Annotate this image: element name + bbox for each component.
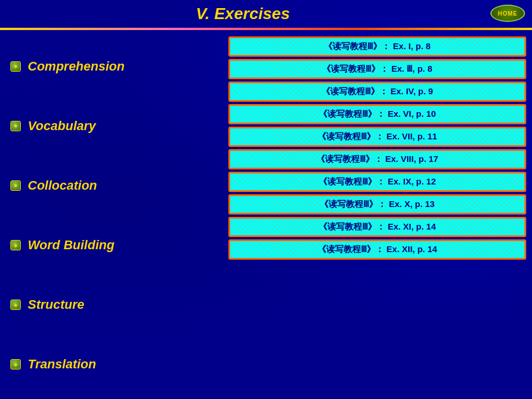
category-translation: Translation: [10, 357, 226, 372]
label-comprehension: Comprehension: [28, 59, 124, 74]
top-divider: [0, 28, 532, 30]
exercise-btn-8[interactable]: 《读写教程Ⅲ》： Ex. XI, p. 14: [228, 217, 526, 237]
exercise-btn-7[interactable]: 《读写教程Ⅲ》： Ex. X, p. 13: [228, 194, 526, 215]
bullet-collocation: [10, 180, 21, 191]
exercise-btn-0[interactable]: 《读写教程Ⅲ》： Ex. I, p. 8: [228, 36, 526, 57]
home-button[interactable]: HOME: [490, 5, 525, 22]
label-collocation: Collocation: [28, 178, 97, 193]
bullet-translation: [10, 359, 21, 370]
bullet-word-building: [10, 240, 21, 250]
category-word-building: Word Building: [10, 238, 226, 253]
exercise-btn-9[interactable]: 《读写教程Ⅲ》： Ex. XII, p. 14: [228, 239, 526, 260]
exercise-btn-3[interactable]: 《读写教程Ⅲ》： Ex. VI, p. 10: [228, 104, 526, 124]
home-label: HOME: [498, 10, 518, 17]
category-structure: Structure: [10, 297, 226, 312]
exercise-btn-4[interactable]: 《读写教程Ⅲ》： Ex. VII, p. 11: [228, 127, 526, 147]
category-comprehension: Comprehension: [10, 59, 226, 74]
bullet-structure: [10, 300, 21, 310]
exercise-btn-5[interactable]: 《读写教程Ⅲ》： Ex. VIII, p. 17: [228, 149, 526, 169]
label-translation: Translation: [28, 357, 96, 372]
bullet-vocabulary: [10, 121, 21, 131]
label-word-building: Word Building: [28, 238, 114, 253]
page-title: V. Exercises: [0, 5, 486, 23]
exercise-btn-6[interactable]: 《读写教程Ⅲ》： Ex. IX, p. 12: [228, 172, 526, 192]
exercise-btn-1[interactable]: 《读写教程Ⅲ》： Ex. Ⅲ, p. 8: [228, 59, 526, 79]
label-vocabulary: Vocabulary: [28, 119, 96, 134]
category-collocation: Collocation: [10, 178, 226, 193]
label-structure: Structure: [28, 297, 84, 312]
bullet-comprehension: [10, 61, 21, 72]
exercise-btn-2[interactable]: 《读写教程Ⅲ》： Ex. IV, p. 9: [228, 82, 526, 102]
category-vocabulary: Vocabulary: [10, 119, 226, 134]
